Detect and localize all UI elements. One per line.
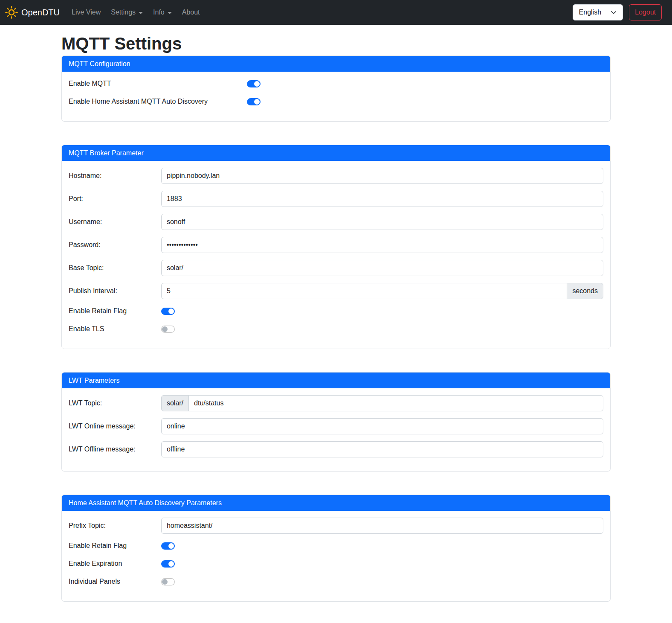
logout-button[interactable]: Logout: [629, 4, 662, 20]
row-individual-panels: Individual Panels: [69, 576, 603, 587]
port-input[interactable]: [161, 191, 603, 207]
ha-enable-retain-label: Enable Retain Flag: [69, 542, 161, 550]
individual-panels-switch[interactable]: [161, 578, 175, 585]
row-base-topic: Base Topic:: [69, 260, 603, 276]
password-input[interactable]: [161, 237, 603, 253]
card-header: MQTT Broker Parameter: [62, 145, 610, 161]
publish-interval-label: Publish Interval:: [69, 287, 161, 295]
prefix-topic-label: Prefix Topic:: [69, 522, 161, 530]
row-lwt-online: LWT Online message:: [69, 418, 603, 434]
caret-down-icon: [139, 12, 143, 14]
row-lwt-offline: LWT Offline message:: [69, 441, 603, 457]
sun-icon: [5, 6, 18, 19]
enable-tls-switch[interactable]: [161, 326, 175, 333]
individual-panels-label: Individual Panels: [69, 578, 161, 585]
enable-mqtt-label: Enable MQTT: [69, 80, 247, 87]
row-username: Username:: [69, 214, 603, 230]
publish-interval-unit: seconds: [567, 283, 603, 299]
nav-item-label: About: [182, 9, 200, 16]
lwt-offline-input[interactable]: [161, 441, 603, 457]
enable-tls-label: Enable TLS: [69, 325, 161, 333]
enable-retain-label: Enable Retain Flag: [69, 307, 161, 315]
row-password: Password:: [69, 237, 603, 253]
base-topic-label: Base Topic:: [69, 264, 161, 272]
row-publish-interval: Publish Interval: seconds: [69, 283, 603, 299]
enable-expiration-switch[interactable]: [161, 560, 175, 568]
row-enable-expiration: Enable Expiration: [69, 559, 603, 569]
row-hostname: Hostname:: [69, 168, 603, 184]
prefix-topic-input[interactable]: [161, 518, 603, 534]
enable-ha-discovery-label: Enable Home Assistant MQTT Auto Discover…: [69, 98, 247, 105]
hostname-label: Hostname:: [69, 172, 161, 180]
card-mqtt-broker-parameter: MQTT Broker Parameter Hostname: Port: Us…: [61, 145, 611, 349]
publish-interval-input[interactable]: [161, 283, 567, 299]
card-header: Home Assistant MQTT Auto Discovery Param…: [62, 495, 610, 511]
nav-item-about[interactable]: About: [179, 5, 203, 20]
row-enable-ha-discovery: Enable Home Assistant MQTT Auto Discover…: [69, 96, 603, 107]
nav-item-settings[interactable]: Settings: [107, 5, 146, 20]
row-enable-retain: Enable Retain Flag: [69, 306, 603, 316]
row-lwt-topic: LWT Topic: solar/: [69, 395, 603, 411]
navbar: OpenDTU Live View Settings Info About En…: [0, 0, 672, 25]
enable-ha-discovery-switch[interactable]: [247, 98, 261, 105]
port-label: Port:: [69, 195, 161, 203]
nav-item-label: Settings: [111, 9, 136, 16]
lwt-online-input[interactable]: [161, 418, 603, 434]
chevron-down-icon: [611, 9, 617, 15]
card-lwt-parameters: LWT Parameters LWT Topic: solar/ LWT Onl…: [61, 372, 611, 472]
nav-links: Live View Settings Info About: [67, 5, 205, 20]
lwt-topic-input[interactable]: [188, 395, 603, 411]
password-label: Password:: [69, 241, 161, 249]
enable-retain-switch[interactable]: [161, 308, 175, 315]
brand-link[interactable]: OpenDTU: [5, 6, 60, 19]
lwt-online-label: LWT Online message:: [69, 422, 161, 430]
nav-item-label: Live View: [72, 9, 101, 16]
card-header: MQTT Configuration: [62, 56, 610, 72]
brand-label: OpenDTU: [21, 8, 60, 17]
lwt-offline-label: LWT Offline message:: [69, 445, 161, 453]
language-select[interactable]: English: [573, 4, 623, 20]
ha-enable-retain-switch[interactable]: [161, 542, 175, 550]
row-port: Port:: [69, 191, 603, 207]
nav-item-label: Info: [153, 9, 165, 16]
enable-expiration-label: Enable Expiration: [69, 560, 161, 568]
page-title: MQTT Settings: [61, 33, 611, 54]
row-ha-enable-retain: Enable Retain Flag: [69, 541, 603, 551]
username-label: Username:: [69, 218, 161, 226]
card-ha-discovery-parameters: Home Assistant MQTT Auto Discovery Param…: [61, 495, 611, 602]
lwt-topic-prefix: solar/: [161, 395, 189, 411]
nav-item-info[interactable]: Info: [150, 5, 175, 20]
row-enable-tls: Enable TLS: [69, 324, 603, 334]
username-input[interactable]: [161, 214, 603, 230]
caret-down-icon: [168, 12, 172, 14]
enable-mqtt-switch[interactable]: [247, 80, 261, 87]
nav-item-live-view[interactable]: Live View: [68, 5, 104, 20]
row-enable-mqtt: Enable MQTT: [69, 79, 603, 89]
card-header: LWT Parameters: [62, 373, 610, 388]
language-selected-value: English: [579, 9, 601, 16]
base-topic-input[interactable]: [161, 260, 603, 276]
row-prefix-topic: Prefix Topic:: [69, 518, 603, 534]
card-mqtt-configuration: MQTT Configuration Enable MQTT Enable Ho…: [61, 55, 611, 122]
hostname-input[interactable]: [161, 168, 603, 184]
lwt-topic-label: LWT Topic:: [69, 399, 161, 407]
